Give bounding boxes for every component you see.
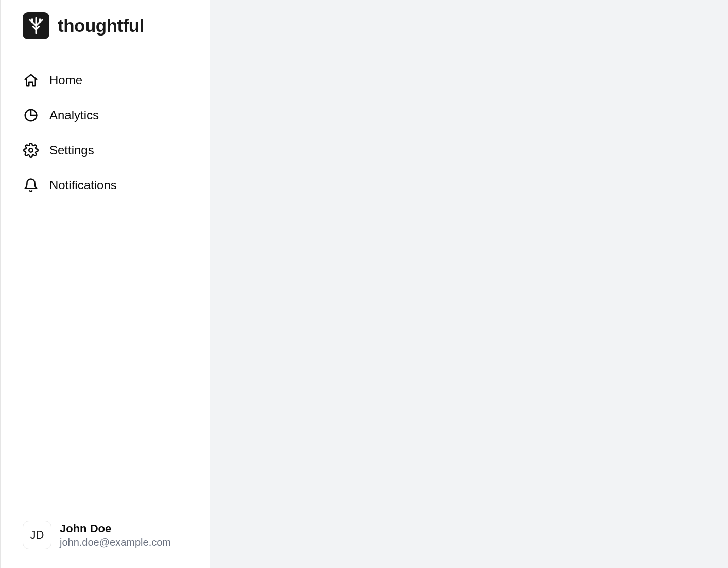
bell-icon xyxy=(23,177,39,193)
main-content xyxy=(210,0,728,568)
sidebar-item-analytics[interactable]: Analytics xyxy=(13,99,198,132)
user-name: John Doe xyxy=(60,522,171,536)
gear-icon xyxy=(23,142,39,158)
avatar: JD xyxy=(23,521,51,549)
sidebar-item-label: Analytics xyxy=(49,108,99,122)
sidebar-item-label: Home xyxy=(49,73,82,87)
sidebar-nav: Home Analytics Settings xyxy=(1,64,210,202)
svg-point-0 xyxy=(29,148,33,152)
home-icon xyxy=(23,72,39,88)
user-meta: John Doe john.doe@example.com xyxy=(60,522,171,548)
user-profile[interactable]: JD John Doe john.doe@example.com xyxy=(1,521,210,556)
sidebar-item-label: Settings xyxy=(49,143,94,157)
sidebar-item-settings[interactable]: Settings xyxy=(13,134,198,167)
user-email: john.doe@example.com xyxy=(60,537,171,548)
sidebar-item-home[interactable]: Home xyxy=(13,64,198,97)
spacer xyxy=(1,202,210,521)
brand-name: thoughtful xyxy=(58,15,144,36)
sidebar-item-label: Notifications xyxy=(49,178,117,192)
pie-chart-icon xyxy=(23,107,39,123)
brand-logo-icon xyxy=(23,12,49,39)
sidebar-item-notifications[interactable]: Notifications xyxy=(13,169,198,202)
brand: thoughtful xyxy=(1,12,210,39)
sidebar: thoughtful Home Analytics xyxy=(0,0,210,568)
